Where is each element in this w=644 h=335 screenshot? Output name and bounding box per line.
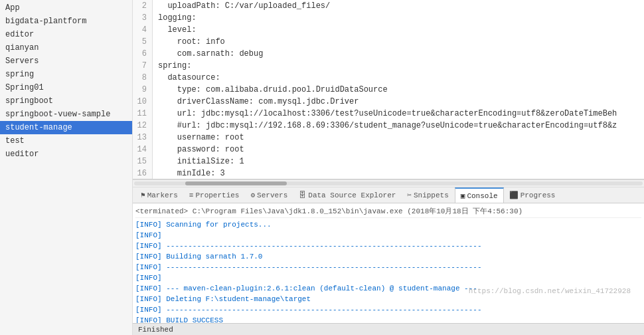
tab-properties[interactable]: ≡Properties: [184, 187, 246, 203]
code-editor[interactable]: 2 uploadPath: C:/var/uploaded_files/3log…: [133, 0, 644, 179]
line-number: 12: [133, 120, 153, 132]
sidebar: Appbigdata-plantformeditorqianyanServers…: [0, 0, 133, 335]
console-header: <terminated> C:\Program Files\Java\jdk1.…: [135, 205, 641, 218]
status-bar: Finished: [133, 323, 644, 335]
code-line-11: 11 url: jdbc:mysql://localhost:3306/test…: [133, 108, 644, 120]
sidebar-item-servers[interactable]: Servers: [0, 55, 132, 68]
sidebar-item-springboot-vuew-sample[interactable]: springboot-vuew-sample: [0, 108, 132, 121]
line-content: level:: [153, 24, 644, 36]
properties-icon: ≡: [189, 191, 194, 199]
sidebar-item-spring[interactable]: spring: [0, 68, 132, 81]
code-line-4: 4 level:: [133, 24, 644, 36]
tab-data-source-explorer[interactable]: 🗄Data Source Explorer: [293, 187, 402, 203]
code-line-7: 7spring:: [133, 60, 644, 72]
line-content: url: jdbc:mysql://localhost:3306/test?us…: [153, 108, 644, 120]
console-output[interactable]: <terminated> C:\Program Files\Java\jdk1.…: [133, 203, 644, 323]
console-line: [INFO] ---------------------------------…: [135, 304, 641, 315]
data source explorer-icon: 🗄: [299, 191, 306, 199]
console-line: [INFO]: [135, 230, 641, 241]
line-number: 6: [133, 48, 153, 60]
code-line-12: 12 #url: jdbc:mysql://192.168.8.69:3306/…: [133, 120, 644, 132]
line-content: spring:: [153, 60, 644, 72]
tab-snippets[interactable]: ✂Snippets: [402, 187, 454, 203]
line-content: logging:: [153, 12, 644, 24]
line-content: initialSize: 1: [153, 156, 644, 168]
markers-icon: ⚑: [141, 191, 145, 199]
code-line-3: 3logging:: [133, 12, 644, 24]
sidebar-item-student-manage[interactable]: student-manage: [0, 121, 132, 134]
code-line-15: 15 initialSize: 1: [133, 156, 644, 168]
line-number: 11: [133, 108, 153, 120]
code-line-2: 2 uploadPath: C:/var/uploaded_files/: [133, 0, 644, 12]
line-number: 14: [133, 144, 153, 156]
console-line: [INFO] Scanning for projects...: [135, 219, 641, 230]
progress-icon: ⬛: [509, 191, 519, 199]
snippets-icon: ✂: [407, 191, 412, 199]
sidebar-item-spring01[interactable]: Spring01: [0, 81, 132, 94]
line-content: password: root: [153, 144, 644, 156]
sidebar-item-bigdata-plantform[interactable]: bigdata-plantform: [0, 15, 132, 28]
line-number: 2: [133, 0, 153, 12]
tab-label: Properties: [195, 191, 239, 199]
line-number: 10: [133, 96, 153, 108]
line-content: datasource:: [153, 72, 644, 84]
servers-icon: ⚙: [250, 191, 255, 199]
console-icon: ▣: [461, 191, 465, 200]
line-content: #url: jdbc:mysql://192.168.8.69:3306/stu…: [153, 120, 644, 132]
line-number: 13: [133, 132, 153, 144]
line-content: com.sarnath: debug: [153, 48, 644, 60]
line-content: root: info: [153, 36, 644, 48]
status-text: Finished: [138, 326, 173, 334]
main-content: 2 uploadPath: C:/var/uploaded_files/3log…: [133, 0, 644, 335]
code-line-10: 10 driverClassName: com.mysql.jdbc.Drive…: [133, 96, 644, 108]
line-number: 15: [133, 156, 153, 168]
scrollbar-track[interactable]: [134, 181, 643, 185]
sidebar-item-springboot[interactable]: springboot: [0, 94, 132, 108]
line-content: username: root: [153, 132, 644, 144]
code-line-6: 6 com.sarnath: debug: [133, 48, 644, 60]
code-line-9: 9 type: com.alibaba.druid.pool.DruidData…: [133, 84, 644, 96]
line-number: 16: [133, 168, 153, 179]
tab-label: Markers: [147, 191, 178, 199]
console-lines: [INFO] Scanning for projects...[INFO] [I…: [135, 219, 641, 323]
console-line: [INFO]: [135, 273, 641, 283]
tab-markers[interactable]: ⚑Markers: [135, 187, 184, 203]
editor-scrollbar[interactable]: [133, 179, 644, 187]
code-line-14: 14 password: root: [133, 144, 644, 156]
console-tabs: ⚑Markers≡Properties⚙Servers🗄Data Source …: [133, 187, 644, 203]
tab-progress[interactable]: ⬛Progress: [504, 187, 562, 203]
scrollbar-thumb[interactable]: [185, 181, 287, 185]
code-line-5: 5 root: info: [133, 36, 644, 48]
tab-label: Snippets: [414, 191, 449, 199]
line-number: 5: [133, 36, 153, 48]
line-number: 4: [133, 24, 153, 36]
console-line: [INFO] BUILD SUCCESS: [135, 315, 641, 323]
tab-servers[interactable]: ⚙Servers: [245, 187, 293, 203]
tab-label: Progress: [521, 191, 556, 199]
line-content: uploadPath: C:/var/uploaded_files/: [153, 0, 644, 12]
console-line: [INFO] ---------------------------------…: [135, 262, 641, 273]
console-line: [INFO] Deleting F:\student-manage\target: [135, 294, 641, 304]
tab-label: Servers: [257, 191, 287, 199]
tab-label: Data Source Explorer: [308, 191, 396, 199]
line-content: driverClassName: com.mysql.jdbc.Driver: [153, 96, 644, 108]
console-line: [INFO] ---------------------------------…: [135, 241, 641, 251]
line-number: 7: [133, 60, 153, 72]
sidebar-item-ueditor[interactable]: ueditor: [0, 148, 132, 161]
sidebar-item-editor[interactable]: editor: [0, 28, 132, 41]
sidebar-item-app[interactable]: App: [0, 1, 132, 15]
console-line: [INFO] --- maven-clean-plugin:2.6.1:clea…: [135, 283, 641, 294]
line-number: 3: [133, 12, 153, 24]
sidebar-item-qianyan[interactable]: qianyan: [0, 41, 132, 55]
console-line: [INFO] Building sarnath 1.7.0: [135, 251, 641, 262]
line-number: 9: [133, 84, 153, 96]
code-line-8: 8 datasource:: [133, 72, 644, 84]
code-view: 2 uploadPath: C:/var/uploaded_files/3log…: [133, 0, 644, 179]
line-content: minIdle: 3: [153, 168, 644, 179]
code-line-13: 13 username: root: [133, 132, 644, 144]
sidebar-item-test[interactable]: test: [0, 134, 132, 148]
line-number: 8: [133, 72, 153, 84]
tab-console[interactable]: ▣Console: [455, 187, 504, 203]
line-content: type: com.alibaba.druid.pool.DruidDataSo…: [153, 84, 644, 96]
tab-label: Console: [467, 192, 497, 200]
